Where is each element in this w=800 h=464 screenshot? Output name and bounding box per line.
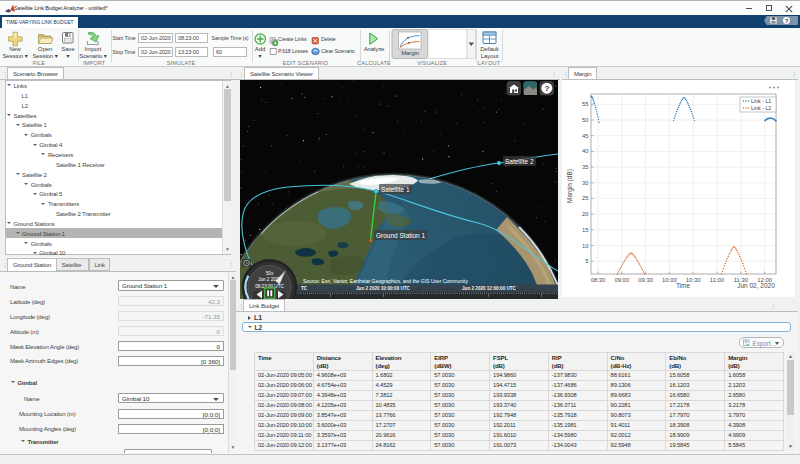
- svg-text:30: 30: [582, 180, 589, 186]
- svg-text:Jun 02, 2020: Jun 02, 2020: [737, 282, 775, 289]
- svg-text:Time: Time: [676, 282, 691, 289]
- svg-text:15: 15: [582, 227, 589, 233]
- svg-text:TC: TC: [301, 286, 308, 291]
- svg-text:11:00: 11:00: [710, 277, 725, 283]
- svg-text:?: ?: [545, 84, 550, 93]
- svg-text:20: 20: [582, 211, 589, 217]
- svg-text:35: 35: [582, 164, 589, 170]
- svg-text:Link - L1: Link - L1: [751, 98, 771, 104]
- svg-text:?: ?: [785, 18, 789, 24]
- svg-text:Jun 2 2020: Jun 2 2020: [258, 277, 281, 282]
- svg-text:10: 10: [582, 243, 589, 249]
- svg-text:Jun 2 2020 12:00:00 UTC: Jun 2 2020 12:00:00 UTC: [462, 286, 517, 291]
- svg-text:50x: 50x: [266, 271, 274, 276]
- svg-text:40: 40: [582, 148, 589, 154]
- svg-text:Margin (dB): Margin (dB): [566, 169, 574, 203]
- svg-text:Ground Station 1: Ground Station 1: [376, 232, 426, 239]
- svg-text:09:00: 09:00: [614, 277, 629, 283]
- svg-text:Satellite 2: Satellite 2: [505, 158, 534, 165]
- svg-text:08:30: 08:30: [591, 277, 606, 283]
- svg-text:45: 45: [582, 133, 589, 139]
- svg-text:Source: Esri, Vantor, Earthsta: Source: Esri, Vantor, Earthstar Geograph…: [303, 278, 468, 284]
- svg-text:50: 50: [582, 117, 589, 123]
- svg-text:55: 55: [582, 101, 589, 107]
- svg-text:25: 25: [582, 195, 589, 201]
- svg-text:09:30: 09:30: [638, 277, 653, 283]
- svg-text:Jun 2 2020 10:00:00 UTC: Jun 2 2020 10:00:00 UTC: [356, 286, 411, 291]
- svg-text:Satellite 1: Satellite 1: [381, 186, 410, 193]
- svg-text:Link - L2: Link - L2: [751, 105, 771, 111]
